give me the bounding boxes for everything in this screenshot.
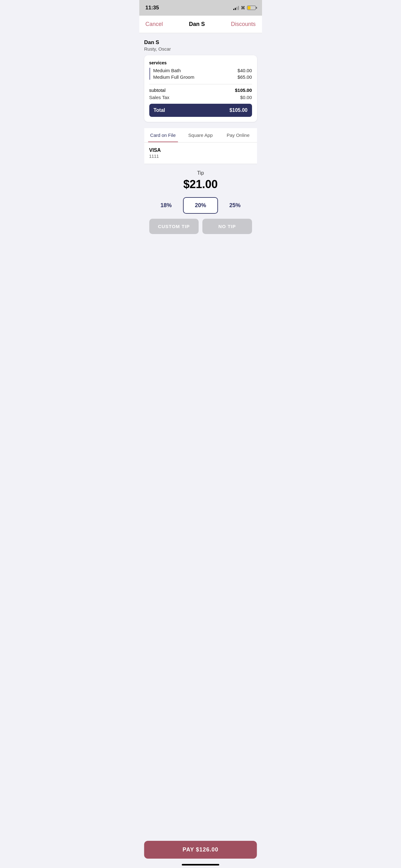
services-label: services (149, 60, 252, 65)
payment-tabs: Card on File Square App Pay Online (144, 128, 257, 143)
service-price-2: $65.00 (238, 74, 252, 80)
tip-25-button[interactable]: 25% (218, 198, 252, 213)
tab-pay-online[interactable]: Pay Online (219, 128, 257, 142)
tax-value: $0.00 (240, 95, 252, 100)
card-number: 1111 (149, 154, 252, 159)
service-name-1: Meduim Bath (153, 68, 181, 73)
main-content: Dan S Rusty, Oscar services Meduim Bath … (139, 33, 262, 278)
status-icons: ⌘ (233, 5, 256, 10)
tip-20-button[interactable]: 20% (183, 197, 218, 214)
tip-label: Tip (149, 170, 252, 176)
battery-icon (247, 6, 256, 10)
services-list: Meduim Bath $40.00 Medium Full Groom $65… (149, 68, 252, 80)
discounts-button[interactable]: Discounts (231, 21, 256, 28)
signal-icon (233, 6, 239, 10)
card-type: VISA (149, 148, 252, 153)
invoice-card: services Meduim Bath $40.00 Medium Full … (144, 55, 257, 122)
tip-amount: $21.00 (149, 178, 252, 191)
wifi-icon: ⌘ (241, 5, 245, 10)
custom-tip-button[interactable]: CUSTOM TIP (149, 219, 199, 234)
tip-percentages: 18% 20% 25% (149, 197, 252, 214)
customer-pets: Rusty, Oscar (144, 46, 257, 52)
battery-fill (248, 6, 251, 9)
service-price-1: $40.00 (238, 68, 252, 73)
customer-name: Dan S (144, 39, 257, 45)
customer-info: Dan S Rusty, Oscar (144, 39, 257, 52)
total-label: Total (154, 107, 165, 113)
card-section: VISA 1111 (144, 143, 257, 164)
subtotal-row: subtotal $105.00 (149, 88, 252, 93)
tip-18-button[interactable]: 18% (149, 198, 183, 213)
subtotal-value: $105.00 (235, 88, 252, 93)
tab-square-app[interactable]: Square App (182, 128, 219, 142)
service-row-1: Meduim Bath $40.00 (153, 68, 252, 73)
total-value: $105.00 (230, 107, 248, 113)
total-row: Total $105.00 (149, 104, 252, 117)
service-row-2: Medium Full Groom $65.00 (153, 74, 252, 80)
tax-row: Sales Tax $0.00 (149, 95, 252, 100)
subtotal-label: subtotal (149, 88, 166, 93)
invoice-divider (149, 84, 252, 84)
status-bar: 11:35 ⌘ (139, 0, 262, 16)
service-name-2: Medium Full Groom (153, 74, 195, 80)
status-time: 11:35 (145, 5, 159, 11)
page-title: Dan S (189, 21, 205, 28)
tax-label: Sales Tax (149, 95, 170, 100)
nav-bar: Cancel Dan S Discounts (139, 16, 262, 33)
cancel-button[interactable]: Cancel (145, 21, 163, 28)
tip-section: Tip $21.00 18% 20% 25% CUSTOM TIP NO TIP (144, 164, 257, 240)
bottom-spacer (144, 240, 257, 272)
no-tip-button[interactable]: NO TIP (202, 219, 252, 234)
tip-actions: CUSTOM TIP NO TIP (149, 219, 252, 234)
tab-card-on-file[interactable]: Card on File (144, 128, 182, 142)
payment-tabs-wrapper: Card on File Square App Pay Online VISA … (144, 128, 257, 164)
